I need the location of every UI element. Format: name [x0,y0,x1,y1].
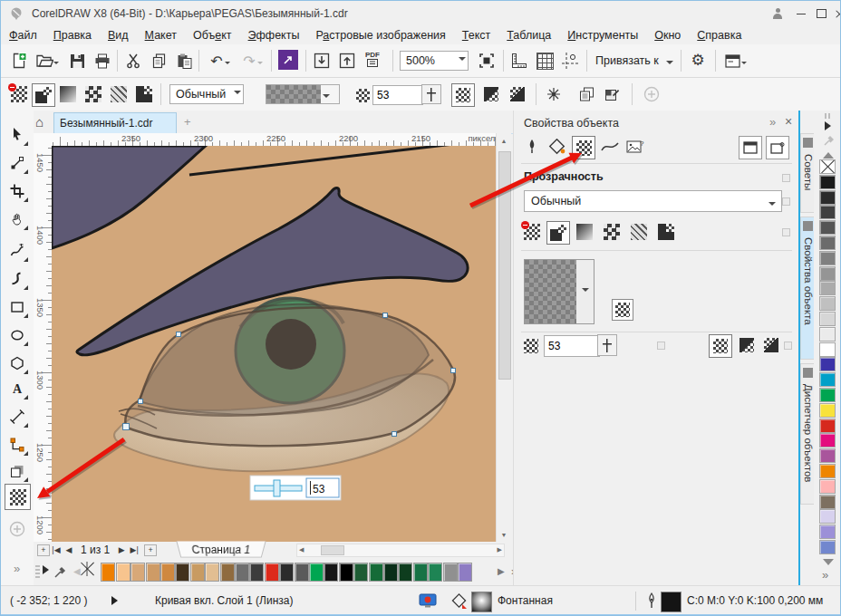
color-proof-icon[interactable] [419,593,437,609]
color-swatch[interactable] [295,563,309,582]
show-rulers-button[interactable] [508,50,530,72]
options-button[interactable]: ⚙ [687,49,709,71]
scroll-up-button[interactable]: ▲ [497,133,511,148]
docker-slider-button[interactable] [597,334,617,356]
pin-indicator[interactable] [784,342,792,350]
color-swatch[interactable] [819,220,836,235]
outline-section-tab[interactable] [521,136,543,158]
docker-transparency-swatch-button[interactable] [612,299,633,321]
horizontal-scrollbar[interactable]: ◀ ▶ [296,544,505,557]
shape-tool[interactable] [5,150,29,175]
transparency-target-all-button[interactable] [451,83,475,107]
palette-flyout-arrow[interactable] [825,121,836,130]
vertical-scrollbar[interactable]: ▲ ▼ [496,133,511,542]
redo-dropdown[interactable] [257,57,263,70]
drop-shadow-tool[interactable] [5,458,29,483]
docker-uniform-transparency-button[interactable] [546,221,570,245]
zoom-level-combo[interactable]: 500% [400,51,469,71]
pattern-transparency-button[interactable] [82,83,104,105]
transparency-tool[interactable] [5,484,31,510]
docker-texture-transparency-button[interactable] [628,221,650,243]
drawing-canvas[interactable]: 53 [52,146,496,542]
color-swatch[interactable] [819,509,836,524]
color-swatch[interactable] [819,419,836,433]
docker-no-transparency-button[interactable] [521,221,543,243]
menu-3[interactable]: Вид [100,26,137,44]
scroll-down-button[interactable]: ▼ [497,527,511,542]
crop-tool[interactable] [5,178,29,203]
color-swatch[interactable] [398,563,412,582]
color-swatch[interactable] [428,563,442,582]
new-tab-button[interactable]: + [184,115,191,129]
ruler-origin-box[interactable] [34,133,53,147]
document-tab[interactable]: Безымянный-1.cdr [53,112,177,133]
docker-target-outline-button[interactable] [760,334,782,356]
pin-indicator[interactable] [657,342,665,350]
open-button[interactable] [34,50,55,72]
menu-6[interactable]: Эффекты [240,26,308,44]
color-swatch[interactable] [324,563,338,582]
color-swatch[interactable] [819,251,836,265]
transparency-value-input[interactable] [372,85,423,105]
horizontal-scroll-thumb[interactable] [321,545,344,555]
palette-drag-handle[interactable] [35,565,40,578]
palette-drag-handle[interactable] [825,113,832,119]
fill-status-icon[interactable] [451,593,468,609]
scroll-mode-button[interactable] [739,136,762,159]
docker-picker-dropdown[interactable] [576,260,594,323]
color-swatch[interactable] [146,563,160,582]
outline-status-icon[interactable] [646,592,657,610]
color-swatch[interactable] [819,205,836,219]
ellipse-tool[interactable] [5,322,29,347]
fill-section-tab[interactable] [546,136,568,158]
color-swatch[interactable] [819,372,836,387]
add-property-button[interactable] [641,83,662,105]
palette-scroll-right[interactable]: ▶ [498,566,505,576]
menu-7[interactable]: Растровые изображения [307,26,453,44]
export-button[interactable] [336,50,358,72]
minimize-button[interactable] [791,5,811,23]
color-swatch[interactable] [413,563,428,582]
merge-mode-combo[interactable]: Обычный [169,84,244,104]
add-page-end-button[interactable]: + [144,544,157,556]
rectangle-tool[interactable] [5,294,29,319]
palette-scroll-left[interactable]: ◀ [73,566,81,576]
show-grid-button[interactable] [534,50,556,72]
menu-5[interactable]: Объект [185,26,240,44]
transparency-picker[interactable] [266,84,340,104]
fountain-transparency-button[interactable] [57,83,79,105]
transparency-slider-button[interactable] [421,84,441,104]
color-swatch[interactable] [819,342,836,357]
snap-to-dropdown[interactable] [666,57,673,71]
scroll-right-icon[interactable]: ▶ [498,546,502,553]
summary-section-tab[interactable]: ? [624,136,646,158]
docker-vector-transparency-button[interactable] [655,221,677,243]
outline-color-swatch[interactable] [661,592,682,612]
close-button[interactable] [831,5,841,23]
color-swatch[interactable] [309,563,324,582]
color-swatch[interactable] [819,281,836,295]
selection-node[interactable] [392,432,397,437]
color-swatch[interactable] [383,563,398,582]
vertical-ruler[interactable]: 145014001350130012501200 [34,146,53,542]
vertical-scroll-thumb[interactable] [498,151,511,380]
color-swatch[interactable] [819,388,836,402]
color-swatch[interactable] [819,175,836,189]
polygon-tool[interactable] [5,351,29,375]
toolbar-customize-dropdown[interactable] [741,57,747,70]
page-tab[interactable]: Страница 1 [176,542,266,558]
artistic-media-tool[interactable] [5,266,29,291]
toolbar-customize-button[interactable] [721,50,743,72]
horizontal-ruler[interactable]: 23502300225022002150пикселей [52,133,510,147]
transparency-picker-dropdown[interactable] [323,91,330,104]
palette-flyout-arrow[interactable] [43,565,53,574]
fill-swatch[interactable] [471,592,492,612]
paste-button[interactable] [173,50,195,72]
scroll-left-icon[interactable]: ◀ [299,546,304,553]
color-swatch[interactable] [265,563,279,582]
menu-4[interactable]: Макет [137,26,185,44]
menu-11[interactable]: Окно [646,26,689,44]
freeze-transparency-button[interactable] [543,83,565,105]
pick-tool[interactable] [5,122,29,147]
color-swatch[interactable] [353,563,368,582]
